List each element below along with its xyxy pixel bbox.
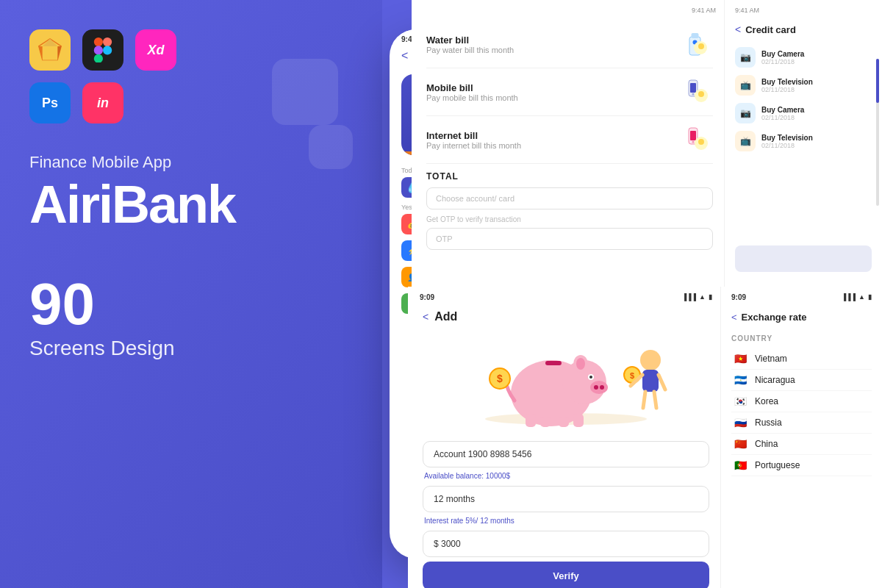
invision-icon[interactable]: in	[82, 82, 123, 123]
panel-status-bar: 9:41 AM	[412, 0, 728, 21]
credit-card-panel: 9:41 AM < Credit card 📷 Buy Camera 02/11…	[724, 0, 882, 287]
total-section: TOTAL Choose account/ card Get OTP to ve…	[412, 171, 728, 250]
credit-transactions: 📷 Buy Camera 02/11/2018 📺 Buy Television…	[725, 47, 882, 151]
nicaragua-flag: 🇳🇮	[731, 374, 749, 386]
credit-tx-name: Buy Television	[761, 134, 813, 142]
available-balance: Available balance: 10000$	[423, 472, 709, 480]
exchange-rate-panel: 9:09 ▐▐▐ ▲ ▮ < Exchange rate Country 🇻🇳 …	[720, 287, 882, 588]
country-name: Portuguese	[755, 460, 800, 470]
country-list: Country 🇻🇳 Vietnam 🇳🇮 Nicaragua 🇰🇷 Korea…	[721, 334, 882, 476]
svg-line-47	[659, 375, 665, 390]
svg-rect-16	[690, 83, 696, 93]
mobile-bill-illustration	[676, 77, 713, 107]
russia-flag: 🇷🇺	[731, 417, 749, 429]
panel-status-time: 9:41 AM	[692, 7, 716, 14]
verify-button[interactable]: Verify	[423, 562, 709, 588]
list-item: Water bill Pay water bill this month	[426, 21, 713, 68]
scrollbar-track	[876, 59, 879, 206]
svg-point-30	[590, 381, 608, 394]
country-name: Nicaragua	[755, 375, 795, 385]
svg-rect-39	[573, 414, 584, 427]
term-value: 12 months	[434, 494, 475, 504]
term-field[interactable]: 12 months	[423, 486, 709, 512]
credit-card-header: < Credit card	[725, 21, 882, 38]
svg-line-48	[643, 392, 645, 408]
phone-back-button[interactable]: <	[401, 49, 408, 62]
figma-icon[interactable]	[82, 29, 123, 71]
credit-tx-date: 02/11/2018	[761, 142, 813, 149]
screen-label: Screens Design	[29, 337, 353, 360]
list-item[interactable]: 🇰🇷 Korea	[731, 391, 872, 412]
add-header: < Add	[408, 307, 724, 323]
country-name: Korea	[755, 396, 778, 406]
amount-field[interactable]: $ 3000	[423, 531, 709, 557]
svg-point-31	[594, 385, 598, 390]
add-battery: ▮	[709, 293, 712, 301]
country-name: Vietnam	[755, 354, 787, 364]
svg-point-32	[600, 385, 604, 390]
otp-input[interactable]: OTP	[426, 228, 713, 250]
svg-point-22	[692, 141, 694, 143]
choose-account-input[interactable]: Choose account/ card	[426, 187, 713, 209]
list-item[interactable]: 🇨🇳 China	[731, 434, 872, 455]
list-item: 📷 Buy Camera 02/11/2018	[735, 103, 872, 123]
credit-panel-statusbar: 9:41 AM	[725, 0, 882, 21]
water-bill-illustration	[676, 29, 713, 59]
bill-subtitle: Pay internet bill this month	[426, 141, 521, 150]
deco-rect-2	[309, 125, 353, 169]
add-panel: 9:09 ▐▐▐ ▲ ▮ < Add	[408, 287, 724, 588]
bill-subtitle: Pay mobile bill this month	[426, 93, 518, 102]
add-form: Account 1900 8988 5456 Available balance…	[408, 441, 724, 588]
payment-button-area	[735, 245, 872, 272]
interest-note: Interest rate 5%/ 12 months	[423, 517, 709, 525]
add-back-button[interactable]: <	[423, 311, 429, 323]
bill-title: Mobile bill	[426, 82, 518, 93]
adobe-xd-icon[interactable]: Xd	[135, 29, 176, 71]
svg-rect-36	[526, 414, 536, 427]
credit-tx-name: Buy Television	[761, 78, 813, 86]
credit-tx-name: Buy Camera	[761, 106, 804, 114]
payment-submit-btn[interactable]	[735, 245, 872, 272]
china-flag: 🇨🇳	[731, 438, 749, 450]
list-item: Mobile bill Pay mobile bill this month	[426, 68, 713, 116]
country-name: China	[755, 439, 778, 449]
credit-back-button[interactable]: <	[735, 24, 741, 35]
camera-icon: 📷	[735, 47, 756, 68]
credit-tx-name: Buy Camera	[761, 50, 804, 58]
sketch-icon[interactable]	[29, 29, 71, 71]
svg-point-34	[589, 376, 592, 379]
add-screen-title: Add	[434, 310, 457, 323]
svg-point-29	[576, 358, 585, 370]
photoshop-icon[interactable]: Ps	[29, 82, 71, 123]
portuguese-flag: 🇵🇹	[731, 459, 749, 471]
svg-point-24	[698, 139, 704, 145]
svg-point-44	[640, 350, 661, 370]
svg-point-14	[698, 43, 704, 49]
tv-icon-2: 📺	[735, 131, 756, 151]
svg-rect-5	[94, 37, 103, 46]
list-item: 📺 Buy Television 02/11/2018	[735, 131, 872, 151]
svg-rect-37	[540, 417, 551, 427]
left-panel: Xd Ps in Finance Mobile App AiriBank 90 …	[0, 0, 382, 588]
credit-tx-date: 02/11/2018	[761, 58, 804, 65]
add-status-time: 9:09	[420, 293, 434, 301]
korea-flag: 🇰🇷	[731, 395, 749, 407]
list-item[interactable]: 🇷🇺 Russia	[731, 412, 872, 434]
add-signal: ▐▐▐	[682, 293, 696, 301]
svg-rect-11	[691, 33, 698, 38]
tv-icon: 📺	[735, 75, 756, 96]
total-label: TOTAL	[426, 171, 713, 182]
svg-rect-45	[642, 370, 659, 392]
list-item[interactable]: 🇵🇹 Portuguese	[731, 455, 872, 476]
list-item[interactable]: 🇻🇳 Vietnam	[731, 348, 872, 370]
country-section-label: Country	[731, 334, 872, 343]
add-wifi: ▲	[699, 293, 706, 301]
bills-list: Water bill Pay water bill this month Mob…	[412, 21, 728, 164]
app-name: AiriBank	[29, 178, 353, 231]
exchange-back-button[interactable]: <	[731, 312, 737, 323]
internet-bill-illustration	[676, 125, 713, 154]
account-number-text: Account 1900 8988 5456	[434, 449, 531, 459]
svg-rect-7	[94, 46, 103, 54]
list-item[interactable]: 🇳🇮 Nicaragua	[731, 370, 872, 391]
scrollbar-thumb[interactable]	[876, 59, 879, 103]
